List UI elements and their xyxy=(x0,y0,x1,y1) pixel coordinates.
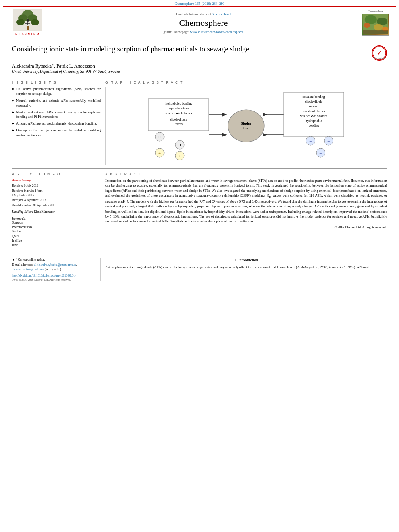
crossmark-icon: ✓ CrossMark xyxy=(372,46,386,60)
svg-text:ion-dipole       forces: ion-dipole forces xyxy=(303,109,325,113)
email-link-2[interactable]: aleks.rybacka@gmail.com xyxy=(12,267,44,271)
doi-link: http://dx.doi.org/10.1016/j.chemosphere.… xyxy=(12,274,96,277)
cover-label: Chemosphere xyxy=(368,10,383,13)
svg-text:bonding: bonding xyxy=(309,124,319,127)
author-names: Aleksandra Rybacka∗, Patrik L. Andersson xyxy=(12,63,387,69)
article-info-heading: A R T I C L E I N F O xyxy=(12,172,101,176)
keyword-2: Pharmaceuticals xyxy=(12,225,101,229)
svg-text:−: − xyxy=(327,139,330,144)
svg-text:✓: ✓ xyxy=(377,50,382,56)
svg-text:0: 0 xyxy=(159,135,161,139)
author-affiliation: Umeå University, Department of Chemistry… xyxy=(12,70,387,74)
graphical-abstract-heading: G R A P H I C A L A B S T R A C T xyxy=(105,80,387,84)
svg-rect-6 xyxy=(27,26,29,30)
svg-point-7 xyxy=(27,19,29,22)
section-divider-2 xyxy=(12,168,387,169)
article-title-section: Considering ionic state in modeling sorp… xyxy=(12,45,387,61)
svg-text:forces: forces xyxy=(175,122,183,126)
elsevier-logo-section: ELSEVIER xyxy=(7,9,51,36)
received-date: Received 9 July 2016 xyxy=(12,184,101,188)
elsevier-logo: ELSEVIER xyxy=(13,9,42,36)
svg-text:covalent bonding: covalent bonding xyxy=(302,95,325,99)
journal-citation-bar: Chemosphere 165 (2016) 284–293 xyxy=(0,0,399,6)
revised-date: Received in revised form1 September 2016 xyxy=(12,189,101,198)
svg-point-4 xyxy=(16,19,25,25)
footnotes-column: ∗ * Corresponding author. E-mail address… xyxy=(12,258,101,281)
corresponding-note: ∗ * Corresponding author. xyxy=(12,258,96,262)
svg-text:van der Waals forces: van der Waals forces xyxy=(165,111,192,115)
email-footnote: E-mail addresses: aleksandra.rybacka@che… xyxy=(12,263,96,271)
highlights-column: H I G H L I G H T S 110 active pharmaceu… xyxy=(12,80,101,165)
svg-text:hydrophobic: hydrophobic xyxy=(306,119,322,123)
svg-point-5 xyxy=(31,19,39,25)
graphical-abstract-box: hydrophobic bonding pi-pi interactions v… xyxy=(105,87,387,165)
svg-text:dipole-dipole: dipole-dipole xyxy=(170,118,187,121)
handling-editor: Handling Editor: Klaus Kümmerer xyxy=(12,210,101,214)
accepted-date: Accepted 4 September 2016 xyxy=(12,198,101,203)
svg-point-30 xyxy=(228,110,264,142)
author-separator: , Patrik L. Andersson xyxy=(54,63,95,69)
highlight-item-5: Descriptors for charged species can be u… xyxy=(12,128,101,138)
svg-text:dipole-dipole: dipole-dipole xyxy=(305,100,323,103)
highlights-graphical-section: H I G H L I G H T S 110 active pharmaceu… xyxy=(12,80,387,165)
homepage-line: journal homepage: www.elsevier.com/locat… xyxy=(164,30,243,34)
article-history-label: Article history: xyxy=(12,179,101,182)
doi-url[interactable]: http://dx.doi.org/10.1016/j.chemosphere.… xyxy=(12,274,76,277)
svg-text:Sludge: Sludge xyxy=(241,121,251,125)
highlight-item-3: Neutral and cationic APIs interact mainl… xyxy=(12,110,101,120)
svg-text:CrossMark: CrossMark xyxy=(374,57,385,59)
introduction-heading: 1. Introduction xyxy=(105,258,387,262)
keywords-label: Keywords: xyxy=(12,217,101,220)
keywords-section: Keywords: Sorption Pharmaceuticals Sludg… xyxy=(12,217,101,248)
svg-text:−: − xyxy=(319,151,322,156)
abstract-column: A B S T R A C T Information on the parti… xyxy=(105,172,387,247)
elsevier-wordmark: ELSEVIER xyxy=(15,32,40,36)
graphical-abstract-column: G R A P H I C A L A B S T R A C T hydrop… xyxy=(105,80,387,165)
elsevier-tree-icon xyxy=(13,9,42,31)
highlights-heading: H I G H L I G H T S xyxy=(12,80,101,84)
journal-header-center: Contents lists available at ScienceDirec… xyxy=(51,9,356,36)
authors-section: Aleksandra Rybacka∗, Patrik L. Andersson… xyxy=(12,63,387,74)
svg-text:ion-ion: ion-ion xyxy=(309,105,318,108)
article-title: Considering ionic state in modeling sorp… xyxy=(12,45,372,54)
highlight-item-2: Neutral, cationic, and anionic APIs succ… xyxy=(12,99,101,108)
bottom-section: ∗ * Corresponding author. E-mail address… xyxy=(12,255,387,281)
copyright-notice: © 2016 Elsevier Ltd. All rights reserved… xyxy=(105,226,387,229)
keyword-4: QSPR xyxy=(12,234,101,238)
journal-citation: Chemosphere 165 (2016) 284–293 xyxy=(174,2,224,6)
keyword-1: Sorption xyxy=(12,220,101,225)
sciencedirect-line: Contents lists available at ScienceDirec… xyxy=(176,12,231,16)
svg-text:0: 0 xyxy=(179,143,181,147)
section-divider-3 xyxy=(12,251,387,251)
svg-text:pi-pi interactions: pi-pi interactions xyxy=(168,107,189,110)
svg-text:van der Waals forces: van der Waals forces xyxy=(300,114,327,118)
sciencedirect-link[interactable]: ScienceDirect xyxy=(212,12,231,16)
journal-cover-image xyxy=(362,14,389,36)
svg-point-14 xyxy=(374,24,383,31)
article-info-abstract-section: A R T I C L E I N F O Article history: R… xyxy=(12,172,387,247)
page-wrapper: Chemosphere 165 (2016) 284–293 xyxy=(0,0,399,532)
svg-text:floc: floc xyxy=(243,126,249,130)
abstract-heading: A B S T R A C T xyxy=(105,172,387,176)
section-divider-1 xyxy=(12,77,387,77)
svg-point-13 xyxy=(364,23,370,28)
highlight-item-1: 110 active pharmaceutical ingredients (A… xyxy=(12,87,101,97)
email-link-1[interactable]: aleksandra.rybacka@chem.umu.se xyxy=(34,263,76,267)
svg-text:−: − xyxy=(309,139,312,144)
article-info-column: A R T I C L E I N F O Article history: R… xyxy=(12,172,101,247)
introduction-text: Active pharmaceutical ingredients (APIs)… xyxy=(105,265,387,269)
svg-text:hydrophobic bonding: hydrophobic bonding xyxy=(165,102,193,105)
crossmark-logo: ✓ CrossMark xyxy=(372,45,387,61)
keyword-6: Ionic xyxy=(12,243,101,247)
available-date: Available online 30 September 2016 xyxy=(12,203,101,208)
svg-text:+: + xyxy=(179,154,181,158)
keyword-3: Sludge xyxy=(12,229,101,234)
corresponding-star: ∗ xyxy=(12,258,16,261)
header-section: ELSEVIER Contents lists available at Sci… xyxy=(3,6,396,39)
keywords-list: Sorption Pharmaceuticals Sludge QSPR In … xyxy=(12,220,101,248)
svg-text:+: + xyxy=(158,151,161,156)
introduction-column: 1. Introduction Active pharmaceutical in… xyxy=(101,258,387,281)
journal-cover-section: Chemosphere xyxy=(356,9,392,36)
highlights-list: 110 active pharmaceutical ingredients (A… xyxy=(12,87,101,138)
homepage-link[interactable]: www.elsevier.com/locate/chemosphere xyxy=(190,30,244,34)
